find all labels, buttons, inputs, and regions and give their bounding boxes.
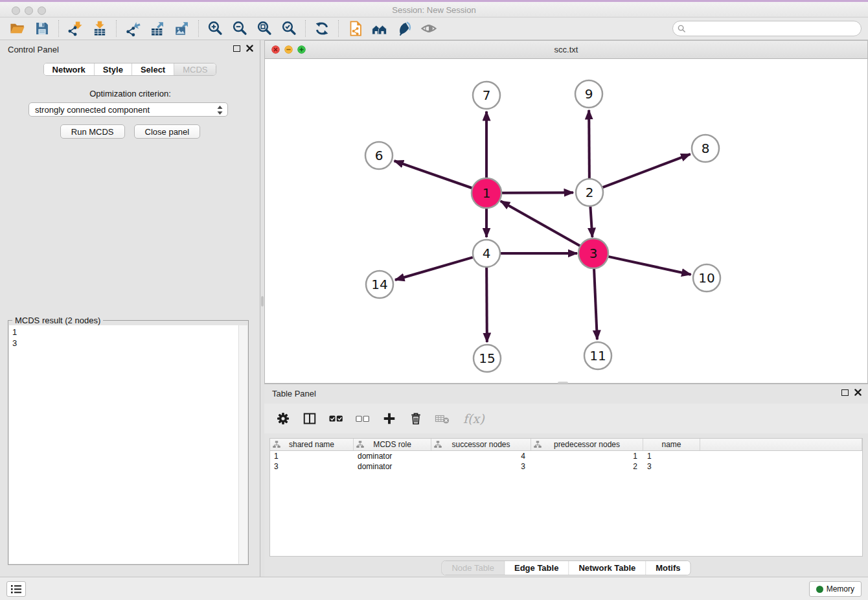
edge-2-9[interactable]: [589, 110, 589, 178]
export-table-button[interactable]: [145, 19, 170, 38]
network-canvas[interactable]: 7968124314101511: [265, 59, 867, 383]
zoom-in-button[interactable]: [203, 19, 227, 38]
column-header-shared-name[interactable]: shared name: [270, 439, 354, 450]
new-network-from-selection-icon: [347, 20, 363, 37]
main-toolbar: [0, 17, 868, 40]
tab-motifs[interactable]: Motifs: [646, 561, 690, 575]
attribute-tree-icon: [534, 441, 542, 448]
zoom-in-icon: [207, 20, 223, 37]
float-panel-icon[interactable]: [841, 389, 849, 396]
network-view-window: scc.txt 7968124314101511: [264, 40, 868, 384]
optimization-criterion-label: Optimization criterion:: [0, 89, 260, 98]
node-table[interactable]: shared nameMCDS rolesuccessor nodesprede…: [269, 438, 863, 557]
network-from-selection-button[interactable]: [343, 19, 367, 38]
cell-mcds-role[interactable]: dominator: [354, 451, 431, 461]
edge-3-1[interactable]: [501, 201, 581, 246]
mcds-result-text[interactable]: 1 3: [9, 325, 238, 564]
mcds-result-group: MCDS result (2 nodes) 1 3: [8, 320, 249, 565]
column-header-name[interactable]: name: [643, 439, 700, 450]
node-label-3: 3: [589, 246, 598, 261]
network-window-titlebar[interactable]: scc.txt: [265, 41, 867, 59]
show-column-panel-button[interactable]: [301, 410, 318, 427]
delete-table-button[interactable]: [434, 410, 451, 427]
float-panel-icon[interactable]: [233, 45, 240, 52]
cell-shared-name[interactable]: 3: [270, 461, 354, 472]
tab-node-table[interactable]: Node Table: [442, 561, 505, 575]
refresh-icon: [314, 20, 330, 37]
toolbar-separator: [305, 20, 306, 37]
import-network-button[interactable]: [63, 19, 87, 38]
export-image-button[interactable]: [170, 19, 194, 38]
export-network-button[interactable]: [120, 19, 145, 38]
criterion-dropdown[interactable]: strongly connected component: [29, 102, 228, 117]
memory-button[interactable]: Memory: [809, 581, 862, 597]
select-all-columns-button[interactable]: [328, 410, 345, 427]
edge-3-10[interactable]: [607, 257, 691, 275]
tab-network-table[interactable]: Network Table: [569, 561, 646, 575]
cell-shared-name[interactable]: 1: [270, 451, 354, 461]
network-title: scc.txt: [265, 45, 867, 54]
show-panel-list-button[interactable]: [6, 581, 26, 597]
edge-1-6[interactable]: [394, 161, 474, 188]
edge-4-14[interactable]: [395, 257, 473, 280]
cell-successor-nodes[interactable]: 4: [431, 451, 531, 461]
run-mcds-button[interactable]: Run MCDS: [60, 124, 125, 139]
open-session-button[interactable]: [5, 19, 30, 38]
close-panel-button[interactable]: Close panel: [134, 124, 201, 139]
split-columns-icon: [302, 411, 317, 426]
column-header-mcds-role[interactable]: MCDS role: [354, 439, 431, 450]
home-button[interactable]: [367, 19, 392, 38]
table-row-0[interactable]: 1dominator411: [270, 451, 862, 461]
dropdown-stepper-icon: [216, 105, 223, 115]
edge-1-2[interactable]: [501, 192, 573, 193]
cell-predecessor-nodes[interactable]: 2: [531, 461, 643, 472]
node-label-10: 10: [698, 270, 714, 286]
control-panel: Control Panel NetworkStyleSelectMCDS Opt…: [0, 40, 260, 577]
column-label: shared name: [289, 440, 334, 449]
edge-2-8[interactable]: [603, 154, 691, 187]
zoom-selected-button[interactable]: [277, 19, 301, 38]
cell-name[interactable]: 3: [643, 461, 700, 472]
search-field[interactable]: [672, 21, 862, 36]
create-column-button[interactable]: [381, 410, 398, 427]
edge-2-3[interactable]: [590, 207, 592, 237]
hide-selected-button[interactable]: [417, 19, 441, 38]
unselect-all-columns-button[interactable]: [354, 410, 371, 427]
delete-column-button[interactable]: [407, 410, 424, 427]
close-panel-icon[interactable]: [854, 389, 862, 396]
save-session-button[interactable]: [30, 19, 54, 38]
control-panel-tabs: NetworkStyleSelectMCDS: [43, 63, 217, 76]
import-table-button[interactable]: [87, 19, 112, 38]
search-input[interactable]: [686, 23, 861, 34]
cell-name[interactable]: 1: [643, 451, 700, 461]
unchecked-boxes-icon: [355, 411, 371, 426]
export-image-icon: [174, 20, 190, 37]
tab-style[interactable]: Style: [95, 63, 132, 75]
edge-4-15[interactable]: [486, 268, 487, 342]
mcds-result-scrollbar[interactable]: [238, 325, 247, 564]
annotation-button[interactable]: [392, 19, 417, 38]
zoom-fit-icon: [256, 20, 273, 37]
table-row-1[interactable]: 3dominator323: [270, 461, 862, 472]
memory-label: Memory: [827, 584, 854, 594]
tab-mcds[interactable]: MCDS: [174, 63, 216, 75]
close-panel-icon[interactable]: [246, 45, 253, 52]
table-settings-button[interactable]: [275, 410, 291, 427]
tab-network[interactable]: Network: [44, 63, 95, 75]
open-folder-icon: [9, 20, 26, 37]
column-label: name: [661, 440, 681, 449]
search-icon: [678, 25, 686, 33]
cell-successor-nodes[interactable]: 3: [431, 461, 531, 472]
column-header-successor-nodes[interactable]: successor nodes: [431, 439, 531, 450]
function-builder-button[interactable]: f(x): [461, 411, 485, 426]
cell-mcds-role[interactable]: dominator: [354, 461, 431, 472]
refresh-button[interactable]: [310, 19, 334, 38]
edge-3-11[interactable]: [594, 268, 597, 340]
gear-icon: [275, 411, 291, 426]
tab-edge-table[interactable]: Edge Table: [505, 561, 569, 575]
tab-select[interactable]: Select: [132, 63, 174, 75]
zoom-fit-button[interactable]: [252, 19, 277, 38]
zoom-out-button[interactable]: [227, 19, 252, 38]
column-header-predecessor-nodes[interactable]: predecessor nodes: [531, 439, 643, 450]
cell-predecessor-nodes[interactable]: 1: [531, 451, 643, 461]
